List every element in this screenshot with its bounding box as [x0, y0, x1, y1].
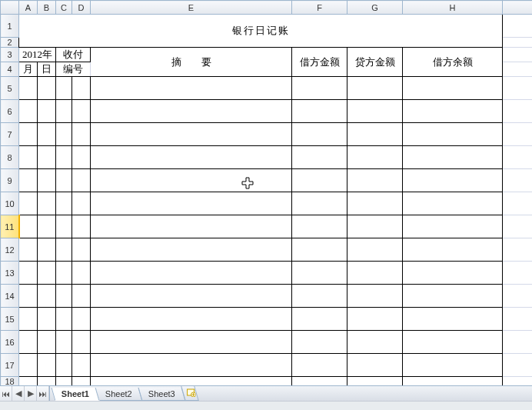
- colA[interactable]: A: [19, 1, 38, 15]
- cell-H9[interactable]: [403, 169, 503, 192]
- nav-next-button[interactable]: ▶: [25, 386, 37, 401]
- row-11[interactable]: 11: [1, 215, 19, 238]
- row-8[interactable]: 8: [1, 146, 19, 169]
- cell-A15[interactable]: [19, 308, 38, 331]
- cell-D14[interactable]: [72, 285, 91, 308]
- cell-C14[interactable]: [56, 285, 72, 308]
- cell-F15[interactable]: [292, 308, 347, 331]
- cell-E6[interactable]: [91, 100, 292, 123]
- cell-G12[interactable]: [347, 238, 403, 262]
- cell-F11[interactable]: [292, 215, 347, 238]
- cell-B8[interactable]: [38, 146, 56, 169]
- cell-F8[interactable]: [292, 146, 347, 169]
- row-5[interactable]: 5: [1, 77, 19, 100]
- cell-H14[interactable]: [403, 285, 503, 308]
- select-all[interactable]: [1, 1, 19, 15]
- cell-F5[interactable]: [292, 77, 347, 100]
- cell-pad-6[interactable]: [503, 100, 533, 123]
- cell-E17[interactable]: [91, 354, 292, 377]
- cell-A9[interactable]: [19, 169, 38, 192]
- cell-pad-12[interactable]: [503, 238, 533, 262]
- cell-F17[interactable]: [292, 354, 347, 377]
- cell-A16[interactable]: [19, 331, 38, 354]
- cell-A12[interactable]: [19, 238, 38, 262]
- row-16[interactable]: 16: [1, 331, 19, 354]
- row-6[interactable]: 6: [1, 100, 19, 123]
- cell-B16[interactable]: [38, 331, 56, 354]
- cell-pad-11[interactable]: [503, 215, 533, 238]
- row-13[interactable]: 13: [1, 262, 19, 285]
- cell-C6[interactable]: [56, 100, 72, 123]
- cell-A5[interactable]: [19, 77, 38, 100]
- cell-H5[interactable]: [403, 77, 503, 100]
- cell-E16[interactable]: [91, 331, 292, 354]
- cell-D13[interactable]: [72, 262, 91, 285]
- cell-A14[interactable]: [19, 285, 38, 308]
- cell-pad-14[interactable]: [503, 285, 533, 308]
- cell-C7[interactable]: [56, 123, 72, 146]
- cell-G13[interactable]: [347, 262, 403, 285]
- cell-G6[interactable]: [347, 100, 403, 123]
- cell-C13[interactable]: [56, 262, 72, 285]
- cell-D8[interactable]: [72, 146, 91, 169]
- cell-pad-9[interactable]: [503, 169, 533, 192]
- cell-H11[interactable]: [403, 215, 503, 238]
- cell-B5[interactable]: [38, 77, 56, 100]
- hdr-debit[interactable]: 借方金额: [292, 48, 347, 77]
- sheet-tabs[interactable]: Sheet1 Sheet2 Sheet3: [50, 386, 196, 401]
- cell-G17[interactable]: [347, 354, 403, 377]
- cell-C15[interactable]: [56, 308, 72, 331]
- cell-A6[interactable]: [19, 100, 38, 123]
- colC[interactable]: C: [56, 1, 72, 15]
- worksheet-grid-clean[interactable]: A B C D E F G H 1 银行日记账 2 3 2012年 收付 摘 要…: [0, 0, 532, 387]
- cell-G11[interactable]: [347, 215, 403, 238]
- cell-B11[interactable]: [38, 215, 56, 238]
- cell-pad-16[interactable]: [503, 331, 533, 354]
- colD[interactable]: D: [72, 1, 91, 15]
- spreadsheet[interactable]: A B C D E F G H 1 银行日记账 2 3 2012年 收付 摘 要…: [0, 0, 532, 387]
- column-headers[interactable]: A B C D E F G H: [1, 1, 533, 15]
- row-2[interactable]: 2: [1, 38, 19, 48]
- cell-F9[interactable]: [292, 169, 347, 192]
- cell-G5[interactable]: [347, 77, 403, 100]
- row-1[interactable]: 1: [1, 15, 19, 38]
- cell-B12[interactable]: [38, 238, 56, 262]
- title-cell[interactable]: 银行日记账: [19, 15, 503, 48]
- cell-C17[interactable]: [56, 354, 72, 377]
- cell-F10[interactable]: [292, 192, 347, 215]
- cell-F16[interactable]: [292, 331, 347, 354]
- cell-D15[interactable]: [72, 308, 91, 331]
- colE[interactable]: E: [91, 1, 292, 15]
- cell-C5[interactable]: [56, 77, 72, 100]
- cell-D5[interactable]: [72, 77, 91, 100]
- row-7[interactable]: 7: [1, 123, 19, 146]
- row-15[interactable]: 15: [1, 308, 19, 331]
- cell-D16[interactable]: [72, 331, 91, 354]
- cell-pad-7[interactable]: [503, 123, 533, 146]
- cell-A10[interactable]: [19, 192, 38, 215]
- cell-D10[interactable]: [72, 192, 91, 215]
- cell-B7[interactable]: [38, 123, 56, 146]
- cell-E8[interactable]: [91, 146, 292, 169]
- cell-B17[interactable]: [38, 354, 56, 377]
- cell-H12[interactable]: [403, 238, 503, 262]
- cell-C10[interactable]: [56, 192, 72, 215]
- nav-last-button[interactable]: ⏭: [37, 386, 49, 401]
- cell-E9[interactable]: [91, 169, 292, 192]
- cell-pad-13[interactable]: [503, 262, 533, 285]
- row-4[interactable]: 4: [1, 62, 19, 77]
- cell-A11[interactable]: [19, 215, 38, 238]
- cell-pad-10[interactable]: [503, 192, 533, 215]
- tab-sheet3[interactable]: Sheet3: [138, 388, 186, 401]
- cell-pad-5[interactable]: [503, 77, 533, 100]
- cell-pad-8[interactable]: [503, 146, 533, 169]
- cell-G15[interactable]: [347, 308, 403, 331]
- cell-G10[interactable]: [347, 192, 403, 215]
- cell-D17[interactable]: [72, 354, 91, 377]
- hdr-credit[interactable]: 贷方金额: [347, 48, 403, 77]
- cell-F7[interactable]: [292, 123, 347, 146]
- cell-B9[interactable]: [38, 169, 56, 192]
- row-14[interactable]: 14: [1, 285, 19, 308]
- cell-H7[interactable]: [403, 123, 503, 146]
- row-10[interactable]: 10: [1, 192, 19, 215]
